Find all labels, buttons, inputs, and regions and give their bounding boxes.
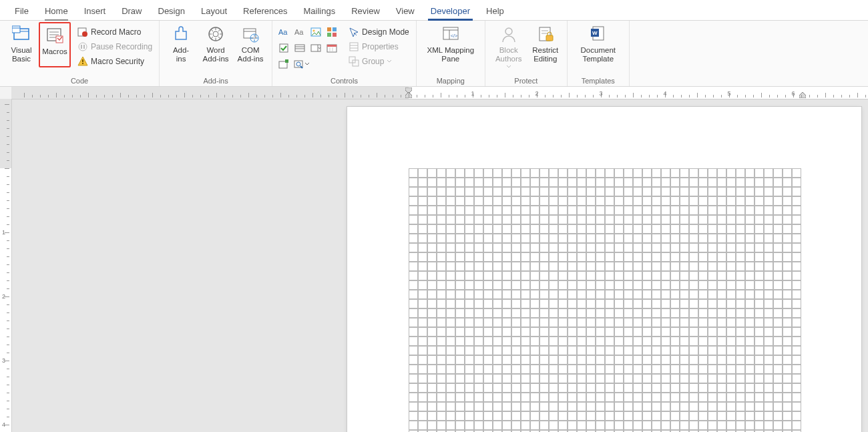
svg-rect-43: [350, 43, 358, 51]
svg-text:</>: </>: [451, 33, 457, 38]
ruler-number: 1: [2, 229, 5, 236]
tab-developer[interactable]: Developer: [423, 3, 478, 20]
group-mapping: </> XML Mapping Pane Mapping: [417, 21, 485, 86]
svg-rect-30: [295, 45, 304, 51]
ruler-number: 4: [663, 90, 666, 97]
svg-point-52: [505, 28, 512, 35]
building-block-control-icon[interactable]: [324, 25, 339, 39]
xml-mapping-button[interactable]: </> XML Mapping Pane: [423, 22, 479, 65]
dropdown-arrow-icon: [386, 56, 393, 67]
group-addins: Add- ins Word Add-ins COM Add-ins: [160, 21, 272, 86]
svg-point-11: [79, 43, 87, 51]
date-picker-control-icon[interactable]: [324, 41, 339, 55]
picture-control-icon[interactable]: [308, 25, 323, 39]
tab-help[interactable]: Help: [478, 3, 512, 20]
macros-icon: [45, 26, 64, 45]
svg-rect-14: [82, 59, 83, 62]
macros-label: Macros: [42, 47, 67, 56]
svg-rect-26: [333, 27, 337, 31]
group-control-label: Group: [362, 57, 384, 66]
record-macro-icon: [77, 27, 88, 37]
document-template-button[interactable]: W Document Template: [576, 22, 621, 65]
tab-file[interactable]: File: [7, 3, 37, 20]
tab-review[interactable]: Review: [343, 3, 388, 20]
macro-security-button[interactable]: Macro Security: [75, 54, 155, 69]
dropdown-control-icon[interactable]: [308, 41, 323, 55]
group-mapping-label: Mapping: [421, 77, 481, 86]
ruler-number: 2: [535, 90, 538, 97]
ruler-number: 6: [791, 90, 795, 97]
tab-insert[interactable]: Insert: [76, 3, 114, 20]
record-macro-label: Record Macro: [91, 27, 141, 37]
tab-mailings[interactable]: Mailings: [296, 3, 344, 20]
svg-text:W: W: [592, 30, 598, 36]
visual-basic-button[interactable]: Visual Basic: [4, 22, 39, 65]
tab-view[interactable]: View: [388, 3, 423, 20]
word-addins-icon: [206, 25, 225, 43]
com-addins-button[interactable]: COM Add-ins: [233, 22, 268, 65]
rich-text-control-icon[interactable]: Aa: [276, 25, 291, 39]
svg-rect-56: [546, 35, 553, 41]
table-grid[interactable]: [409, 168, 861, 432]
legacy-tools-icon: [294, 59, 304, 69]
svg-rect-25: [327, 27, 331, 31]
macro-security-label: Macro Security: [91, 57, 144, 66]
macros-button[interactable]: Macros: [39, 22, 71, 67]
svg-text:Aa: Aa: [278, 28, 288, 36]
group-templates-label: Templates: [572, 77, 625, 86]
svg-point-17: [213, 31, 218, 37]
repeating-section-control-icon[interactable]: [276, 57, 291, 71]
addins-icon: [172, 25, 190, 43]
combobox-control-icon[interactable]: [292, 41, 307, 55]
svg-rect-2: [12, 26, 20, 33]
group-button: Group: [346, 54, 412, 69]
svg-rect-15: [82, 63, 83, 64]
document-template-label: Document Template: [581, 46, 616, 63]
ruler-vertical[interactable]: 1234: [0, 99, 12, 432]
plain-text-control-icon[interactable]: Aa: [292, 25, 307, 39]
svg-rect-18: [244, 29, 256, 38]
ribbon-tabs: File Home Insert Draw Design Layout Refe…: [0, 0, 868, 21]
checkbox-control-icon[interactable]: [276, 41, 291, 55]
tab-design[interactable]: Design: [150, 3, 193, 20]
pause-recording-button: Pause Recording: [75, 39, 155, 54]
record-macro-button[interactable]: Record Macro: [75, 25, 155, 39]
tab-draw[interactable]: Draw: [114, 3, 150, 20]
tab-layout[interactable]: Layout: [193, 3, 235, 20]
ruler-horizontal[interactable]: {"origin":595,"unit":96} 123456: [11, 87, 868, 99]
group-templates: W Document Template Templates: [568, 21, 630, 86]
design-mode-button[interactable]: Design Mode: [346, 25, 412, 39]
svg-rect-27: [327, 33, 331, 37]
addins-button[interactable]: Add- ins: [164, 22, 198, 65]
group-code: Visual Basic Macros: [0, 21, 160, 86]
dropdown-arrow-icon: [506, 65, 511, 69]
word-addins-button[interactable]: Word Add-ins: [198, 22, 233, 65]
document-template-icon: W: [589, 25, 608, 43]
svg-rect-36: [327, 45, 337, 47]
addins-label: Add- ins: [173, 46, 189, 63]
properties-button: Properties: [346, 39, 412, 54]
macro-security-icon: [77, 56, 88, 67]
svg-text:Aa: Aa: [294, 28, 304, 36]
right-indent-marker-icon[interactable]: [799, 87, 806, 98]
svg-rect-13: [83, 45, 85, 49]
group-code-label: Code: [4, 77, 155, 86]
restrict-editing-icon: [536, 25, 555, 43]
svg-point-10: [82, 31, 87, 37]
controls-gallery: Aa Aa: [276, 22, 339, 71]
com-addins-icon: [241, 25, 260, 43]
legacy-tools-button[interactable]: [292, 57, 323, 71]
tab-references[interactable]: References: [235, 3, 295, 20]
svg-rect-40: [285, 59, 288, 63]
group-icon: [349, 56, 359, 67]
group-protect: Block Authors Restrict Editing Protect: [485, 21, 568, 86]
xml-mapping-icon: </>: [441, 25, 460, 43]
svg-rect-12: [81, 45, 82, 49]
visual-basic-label: Visual Basic: [11, 46, 31, 63]
document-page[interactable]: [347, 107, 861, 432]
visual-basic-icon: [12, 25, 31, 43]
restrict-editing-button[interactable]: Restrict Editing: [528, 22, 563, 65]
block-authors-icon: [499, 25, 518, 43]
ruler-number: 3: [599, 90, 602, 97]
tab-home[interactable]: Home: [37, 3, 76, 20]
